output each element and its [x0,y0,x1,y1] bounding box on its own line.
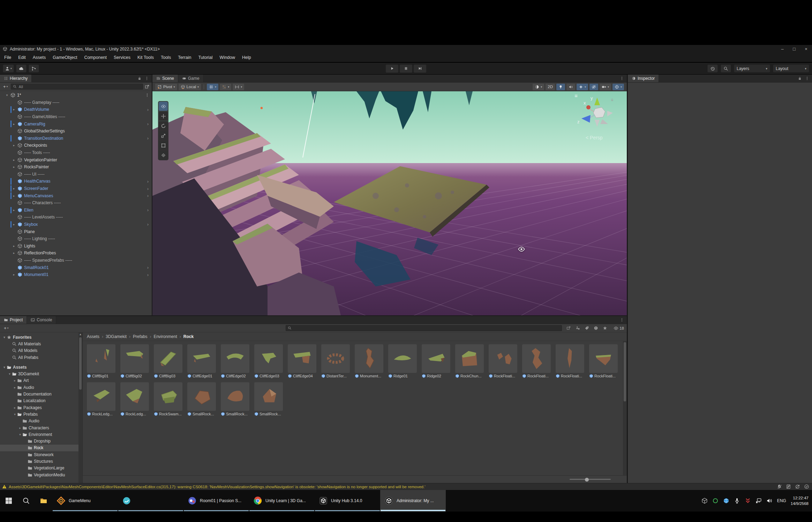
foldout-icon[interactable]: ▸ [18,426,22,430]
foldout-icon[interactable]: ▾ [13,413,17,416]
grid-snap-button[interactable]: ▾ [207,84,218,90]
asset-item-ridge01[interactable]: Ridge01 [388,344,419,378]
undo-history-button[interactable] [707,64,718,72]
minimize-button[interactable]: – [776,45,788,53]
kebab-menu-icon[interactable] [620,318,624,322]
menu-tools[interactable]: Tools [157,55,174,60]
lock-icon[interactable] [137,76,142,80]
snap-increment-button[interactable]: ▾ [220,84,231,90]
create-object-button[interactable]: +▾ [2,84,9,90]
asset-item-cliffedge02[interactable]: CliffEdge02 [221,344,251,378]
tree-scrollbar[interactable]: ▲ [78,332,82,483]
foldout-icon[interactable] [23,473,28,477]
hierarchy-item-checkpoints[interactable]: ▸Checkpoints [0,142,152,149]
breadcrumb-prefabs[interactable]: Prefabs [133,334,147,339]
foldout-icon[interactable] [23,439,28,443]
lock-icon[interactable] [798,76,802,80]
create-asset-button[interactable]: +▾ [3,325,10,331]
project-tree-item-dropship[interactable]: Dropship [0,438,82,444]
asset-item-ridge02[interactable]: Ridge02 [422,344,452,378]
pause-button[interactable] [400,64,413,73]
scene-viewport[interactable]: ≡ y [152,91,627,315]
scale-tool-button[interactable] [159,131,168,140]
scene-lighting-button[interactable] [556,84,565,90]
tab-game[interactable]: Game [178,75,204,82]
breadcrumb-environment[interactable]: Environment [153,334,177,339]
hierarchy-item-gameplay[interactable]: ----- Gameplay ----- [0,99,152,106]
hierarchy-item-vegetationpainter[interactable]: ▸VegetationPainter [0,156,152,163]
taskbar-app-teal-app-icon[interactable] [118,490,183,512]
foldout-icon[interactable]: ▸ [12,108,16,111]
asset-item-smallrock[interactable]: SmallRock... [254,382,285,416]
microphone-icon[interactable] [734,498,740,504]
maximize-button[interactable]: □ [788,45,800,53]
hierarchy-item-healthcanvas[interactable]: HealthCanvas› [0,178,152,185]
prefab-open-arrow[interactable]: › [147,222,149,227]
prefab-open-arrow[interactable]: › [147,272,149,277]
foldout-icon[interactable]: ▸ [12,144,16,147]
asset-item-cliffbig02[interactable]: CliffBig02 [120,344,151,378]
globe-tray-icon[interactable] [723,498,729,504]
hierarchy-item-lighting[interactable]: ----- Lighting ----- [0,235,152,243]
prefab-open-arrow[interactable]: › [147,193,149,198]
tab-inspector[interactable]: Inspector [628,75,659,82]
kebab-menu-icon[interactable] [805,76,809,80]
project-tree-item-rock[interactable]: Rock [0,445,82,451]
hierarchy-item-globalshadersettings[interactable]: GlobalShaderSettings [0,128,152,135]
menu-gameobject[interactable]: GameObject [49,55,81,60]
asset-item-rockledg[interactable]: RockLedg... [87,382,118,416]
move-tool-button[interactable] [159,112,168,121]
pivot-button[interactable]: Pivot▾ [155,84,177,90]
version-control-button[interactable] [29,64,39,72]
project-tree-item-assets[interactable]: ▾Assets [0,364,82,370]
transform-tool-button[interactable] [159,151,168,160]
foldout-icon[interactable]: ▾ [18,433,22,436]
console-warning-text[interactable]: Assets\3DGamekit\Packages\NavMeshCompone… [9,485,425,489]
foldout-icon[interactable] [18,419,22,423]
foldout-icon[interactable] [23,446,28,450]
hierarchy-item-spawnedprefabs[interactable]: ----- SpawnedPrefabs ----- [0,257,152,264]
effects-button[interactable]: ▾ [577,84,588,90]
kebab-menu-icon[interactable] [620,76,624,80]
hierarchy-search-input[interactable] [18,84,141,89]
gizmos-button[interactable]: ▾ [612,84,624,90]
hierarchy-item-camerarig[interactable]: ▸CameraRig› [0,120,152,128]
project-search[interactable] [286,325,562,331]
foldout-icon[interactable] [13,399,17,402]
scene-audio-button[interactable] [566,84,575,90]
kebab-menu-icon[interactable] [145,93,149,97]
project-tree-item-art[interactable]: ▸Art [0,377,82,384]
foldout-icon[interactable]: ▸ [12,273,16,276]
process-icon[interactable] [786,484,791,489]
tab-hierarchy[interactable]: Hierarchy [0,75,32,82]
status-check-icon[interactable] [804,484,809,489]
hierarchy-item-menucanvases[interactable]: ▸MenuCanvases› [0,192,152,199]
foldout-icon[interactable] [7,342,12,346]
foldout-icon[interactable] [23,453,28,456]
asset-item-cliffbig03[interactable]: CliffBig03 [154,344,185,378]
project-tree-item-all-models[interactable]: All Models [0,347,82,354]
asset-item-rockfloati[interactable]: RockFloati... [522,344,553,378]
project-tree-item-localization[interactable]: Localization [0,398,82,404]
project-tree-item-vegetationlarge[interactable]: VegetationLarge [0,465,82,471]
favorite-button[interactable] [600,325,609,331]
language-indicator[interactable]: ENG [777,498,786,503]
hierarchy-item-gameutilities[interactable]: ----- GameUtilities ----- [0,113,152,121]
thumbnail-size-slider[interactable] [570,477,611,482]
layout-dropdown[interactable]: Layout▾ [773,64,809,72]
download-icon[interactable] [745,498,751,504]
cloud-button[interactable] [16,64,27,72]
asset-item-monument[interactable]: Monument... [355,344,385,378]
project-tree-item-characters[interactable]: ▸Characters [0,424,82,431]
taskbar-app-unity-hub-3-14-0[interactable]: Unity Hub 3.14.0 [315,490,380,512]
foldout-icon[interactable] [13,392,17,396]
asset-item-smallrock[interactable]: SmallRock... [221,382,251,416]
taskbar-app-room01-passion-s[interactable]: Room01 | Passion S... [183,490,249,512]
project-tree-item-audio[interactable]: ▸Audio [0,384,82,391]
search-everything-button[interactable] [721,64,731,72]
tab-scene[interactable]: Scene [152,75,178,82]
foldout-icon[interactable]: ▸ [13,379,17,382]
package-button[interactable] [573,325,582,331]
grid-scrollbar[interactable] [623,341,627,475]
visibility-button[interactable] [589,84,598,90]
